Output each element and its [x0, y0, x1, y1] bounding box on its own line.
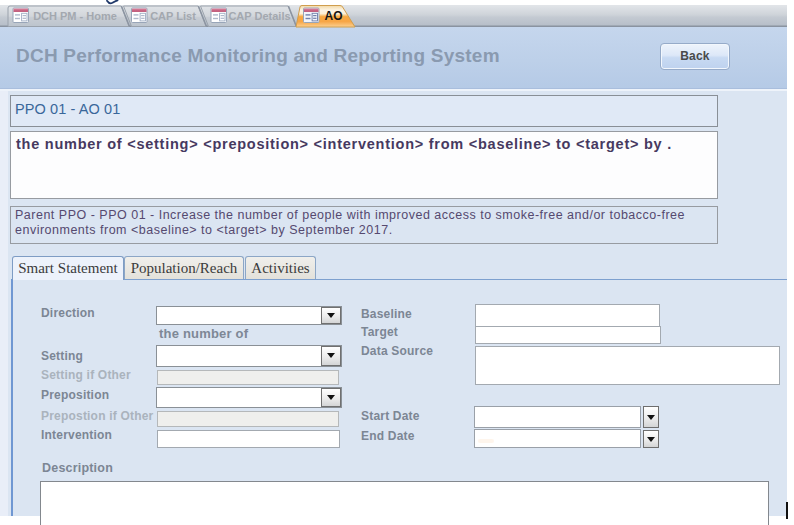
svg-text:DCH PM - Home: DCH PM - Home [33, 10, 117, 22]
svg-text:CAP Details: CAP Details [228, 10, 290, 22]
svg-text:AO: AO [325, 9, 343, 23]
svg-text:CAP List: CAP List [150, 10, 196, 22]
